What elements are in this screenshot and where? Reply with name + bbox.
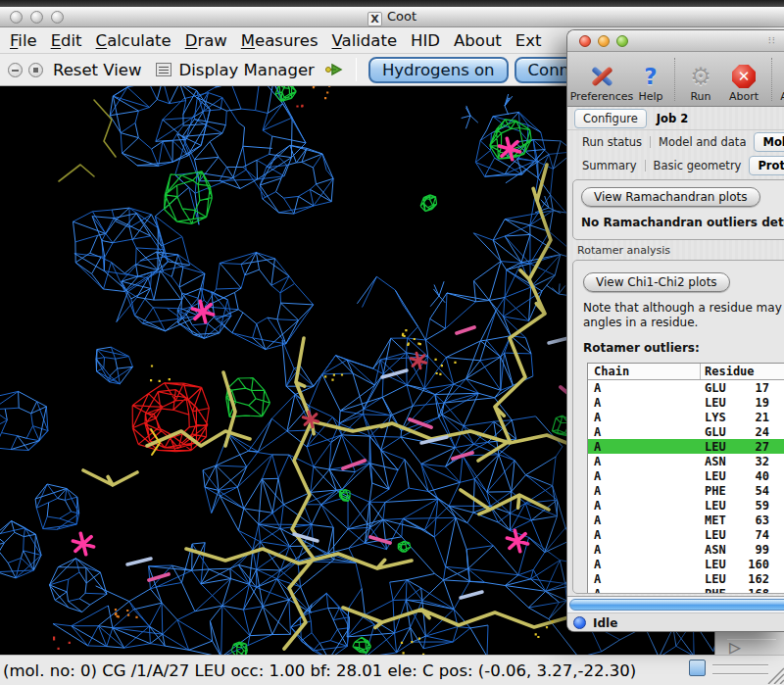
cell-chain: A	[588, 528, 701, 542]
residue-number: 59	[740, 499, 769, 513]
menu-item-measures[interactable]: Measures	[241, 31, 318, 50]
ramachandran-frame: View Ramachandran plots No Ramachandran …	[572, 179, 784, 240]
abort-button[interactable]: ✕ Abort	[721, 63, 766, 103]
cell-residue: PHE54	[701, 484, 784, 498]
rotamer-row-phe-54[interactable]: APHE54	[588, 483, 784, 498]
residue-number: 54	[740, 484, 769, 498]
tab-model-and-data[interactable]: Model and data	[651, 133, 754, 151]
cell-residue: LYS21	[701, 411, 784, 424]
cell-chain: A	[588, 484, 701, 498]
window-titlebar[interactable]: XCoot	[0, 7, 784, 27]
panel-close-button[interactable]	[579, 35, 591, 47]
olive-path	[59, 100, 116, 181]
menu-item-ext[interactable]: Ext	[515, 31, 542, 50]
result-tabs: Run statusModel and dataMolProbit	[567, 130, 784, 154]
rotamer-row-leu-27[interactable]: ALEU27	[588, 439, 784, 454]
preferences-button[interactable]: Preferences	[571, 63, 632, 103]
scale-swatch[interactable]	[689, 660, 706, 676]
ramachandran-status-text: No Ramachandran outliers detecte	[581, 216, 784, 229]
redo-view-icon[interactable]	[28, 63, 43, 77]
rotamer-row-asn-99[interactable]: AASN99	[588, 542, 784, 557]
residue-number: 162	[740, 572, 769, 586]
rotamer-row-leu-59[interactable]: ALEU59	[588, 498, 784, 513]
rotamer-row-leu-160[interactable]: ALEU160	[588, 557, 784, 571]
menu-item-about[interactable]: About	[454, 31, 502, 50]
display-manager-button[interactable]: Display Manager	[179, 61, 315, 79]
residue-name: PHE	[705, 484, 740, 498]
menu-item-validate[interactable]: Validate	[332, 31, 398, 50]
display-manager-icon[interactable]	[156, 63, 172, 76]
window-top-edge	[0, 0, 784, 7]
panel-titlebar[interactable]: ⁝⁝	[567, 30, 784, 52]
menu-item-calculate[interactable]: Calculate	[96, 31, 172, 50]
cell-residue: ASN99	[701, 543, 784, 557]
scrollbar-thumb[interactable]	[569, 599, 784, 611]
cell-residue: LEU19	[701, 396, 784, 410]
residue-number: 21	[740, 411, 769, 424]
cell-chain: A	[588, 396, 701, 410]
expand-triangle-icon[interactable]: ▹	[729, 635, 741, 659]
rotamer-row-glu-17[interactable]: AGLU17	[588, 380, 784, 395]
menu-item-edit[interactable]: Edit	[51, 31, 82, 50]
menu-item-file[interactable]: File	[10, 31, 37, 50]
cell-residue: GLU24	[701, 425, 784, 439]
tab-configure[interactable]: Configure	[574, 109, 647, 128]
cell-residue: PHE168	[701, 587, 784, 595]
bottom-right-chrome	[714, 632, 784, 655]
residue-name: ASN	[705, 543, 740, 557]
residue-name: LYS	[705, 411, 740, 424]
tab-summary[interactable]: Summary	[574, 157, 645, 174]
go-arrow-icon[interactable]	[324, 63, 346, 76]
residue-name: LEU	[705, 396, 740, 410]
tab-molprobit[interactable]: MolProbit	[754, 132, 784, 152]
residue-number: 160	[740, 558, 769, 571]
rotamer-row-glu-24[interactable]: AGLU24	[588, 424, 784, 439]
tab-run-status[interactable]: Run status	[574, 133, 650, 151]
abort-icon: ✕	[732, 63, 756, 90]
residue-number: 24	[740, 425, 769, 439]
cell-residue: GLU17	[701, 381, 784, 395]
tab-protein[interactable]: Protein	[749, 156, 784, 175]
panel-minimize-button[interactable]	[598, 35, 610, 47]
run-button[interactable]: ⚙ Run	[680, 63, 721, 103]
rotamer-row-asn-32[interactable]: AASN32	[588, 454, 784, 468]
cell-chain: A	[588, 411, 701, 424]
panel-toolbar-separator	[674, 58, 675, 101]
rotamer-row-leu-162[interactable]: ALEU162	[588, 571, 784, 586]
cell-residue: LEU40	[701, 469, 784, 483]
rotamer-row-leu-19[interactable]: ALEU19	[588, 395, 784, 410]
tab-job-2[interactable]: Job 2	[649, 110, 696, 127]
tab-basic-geometry[interactable]: Basic geometry	[646, 157, 750, 174]
x11-icon: X	[368, 12, 382, 26]
rotamer-outlier-table[interactable]: Chain Residue AGLU17ALEU19ALYS21AGLU24AL…	[587, 363, 784, 594]
residue-number: 168	[740, 587, 769, 595]
rotamer-row-leu-40[interactable]: ALEU40	[588, 468, 784, 483]
rotamer-row-lys-21[interactable]: ALYS21	[588, 410, 784, 424]
cell-chain: A	[588, 558, 701, 571]
resize-grip[interactable]	[764, 667, 784, 684]
undo-view-icon[interactable]	[8, 63, 23, 77]
rotamer-row-leu-74[interactable]: ALEU74	[588, 527, 784, 542]
help-button[interactable]: ? Help	[632, 63, 669, 103]
menu-item-hid[interactable]: HID	[411, 31, 440, 50]
panel-horizontal-scrollbar[interactable]	[567, 596, 784, 612]
view-chi1-chi2-plots-button[interactable]: View Chi1-Chi2 plots	[583, 272, 730, 292]
panel-zoom-button[interactable]	[616, 35, 628, 47]
column-chain[interactable]: Chain	[588, 364, 701, 379]
cell-residue: LEU162	[701, 572, 784, 586]
category-tabs: SummaryBasic geometryProteinC	[567, 154, 784, 176]
menu-item-draw[interactable]: Draw	[185, 31, 227, 50]
column-residue[interactable]: Residue	[701, 365, 784, 378]
hydrogens-toggle-button[interactable]: Hydrogens on	[368, 57, 509, 83]
reset-view-button[interactable]: Reset View	[53, 61, 142, 79]
table-header[interactable]: Chain Residue	[588, 364, 784, 380]
rotamer-row-phe-168[interactable]: APHE168	[588, 586, 784, 594]
view-ramachandran-plots-button[interactable]: View Ramachandran plots	[581, 187, 760, 207]
cell-chain: A	[588, 572, 701, 586]
residue-number: 19	[740, 396, 769, 410]
rotamer-row-met-63[interactable]: AMET63	[588, 513, 784, 527]
residue-name: LEU	[705, 499, 740, 513]
residue-name: LEU	[705, 528, 740, 542]
residue-number: 63	[740, 514, 769, 527]
overflow-tool-button[interactable]: A	[777, 63, 784, 103]
